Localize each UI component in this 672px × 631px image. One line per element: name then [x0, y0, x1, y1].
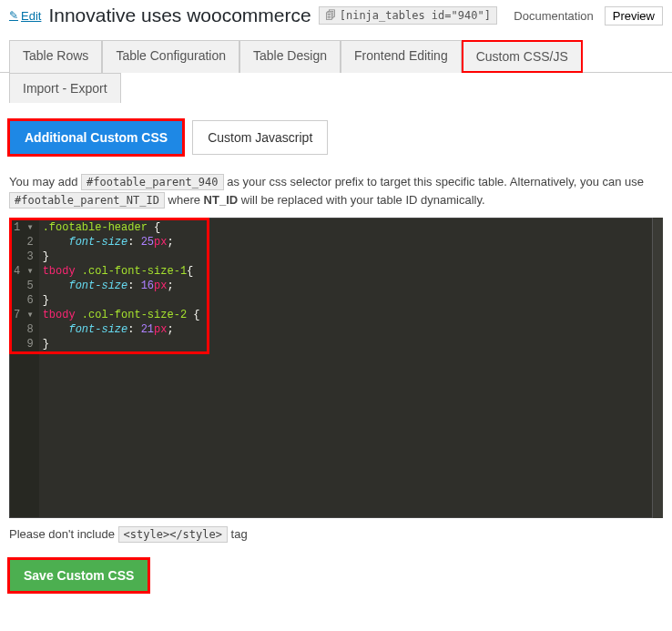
editor-code[interactable]: .footable-header { font-size: 25px;}tbod… [39, 219, 662, 517]
pencil-icon: ✎ [9, 9, 18, 22]
code-line[interactable]: tbody .col-font-size-2 { [43, 308, 658, 322]
save-custom-css-button[interactable]: Save Custom CSS [9, 559, 148, 592]
copy-icon: 🗐 [325, 9, 336, 22]
line-number: 9 [14, 337, 34, 351]
documentation-link[interactable]: Documentation [514, 9, 593, 23]
tab-table-configuration[interactable]: Table Configuration [102, 40, 239, 73]
line-number: 7 ▾ [14, 308, 34, 322]
code-line[interactable]: } [43, 337, 658, 351]
page-header: ✎ Edit Innovative uses woocommerce 🗐 [ni… [0, 0, 672, 31]
line-number: 3 [14, 249, 34, 264]
subtab-additional-custom-css[interactable]: Additional Custom CSS [9, 120, 183, 155]
line-number: 5 [14, 279, 34, 293]
code-line[interactable]: .footable-header { [43, 220, 658, 235]
line-number: 8 [14, 322, 34, 337]
header-right: Documentation Preview [514, 6, 663, 25]
shortcode-box[interactable]: 🗐 [ninja_tables id="940"] [319, 6, 497, 25]
main-tabs-row2: Import - Export [0, 72, 672, 102]
page-title: Innovative uses woocommerce [48, 5, 311, 26]
code-editor-wrap: 1 ▾2 3 4 ▾5 6 7 ▾8 9 .footable-header { … [9, 218, 663, 518]
tab-table-rows[interactable]: Table Rows [9, 40, 102, 73]
main-tabs: Table Rows Table Configuration Table Des… [0, 31, 672, 72]
code-editor[interactable]: 1 ▾2 3 4 ▾5 6 7 ▾8 9 .footable-header { … [9, 218, 663, 518]
code-line[interactable]: tbody .col-font-size-1{ [43, 264, 658, 279]
line-number: 1 ▾ [14, 220, 34, 235]
subtab-custom-javascript[interactable]: Custom Javascript [192, 120, 328, 155]
tab-table-design[interactable]: Table Design [239, 40, 341, 73]
style-tag-code: <style></style> [118, 526, 228, 543]
selector-code-2: #footable_parent_NT_ID [9, 192, 165, 209]
sub-tabs: Additional Custom CSS Custom Javascript [0, 102, 672, 164]
code-line[interactable]: font-size: 21px; [43, 322, 658, 337]
editor-scrollbar[interactable] [652, 218, 663, 518]
selector-code-1: #footable_parent_940 [81, 174, 224, 190]
save-row: Save Custom CSS [0, 550, 672, 601]
code-line[interactable]: font-size: 16px; [43, 279, 658, 293]
shortcode-text: [ninja_tables id="940"] [340, 9, 491, 22]
line-number: 4 ▾ [14, 264, 34, 279]
editor-gutter: 1 ▾2 3 4 ▾5 6 7 ▾8 9 [10, 219, 39, 517]
line-number: 6 [14, 293, 34, 308]
footer-help-text: Please don't include <style></style> tag [0, 518, 672, 550]
code-line[interactable]: } [43, 293, 658, 308]
tab-custom-css-js[interactable]: Custom CSS/JS [462, 40, 583, 73]
preview-button[interactable]: Preview [605, 6, 663, 25]
code-line[interactable]: font-size: 25px; [43, 235, 658, 249]
code-line[interactable]: } [43, 249, 658, 264]
line-number: 2 [14, 235, 34, 249]
tab-frontend-editing[interactable]: Frontend Editing [341, 40, 462, 73]
tab-import-export[interactable]: Import - Export [9, 73, 121, 103]
edit-label: Edit [21, 9, 41, 23]
help-text: You may add #footable_parent_940 as your… [0, 164, 672, 218]
edit-link[interactable]: ✎ Edit [9, 9, 41, 23]
